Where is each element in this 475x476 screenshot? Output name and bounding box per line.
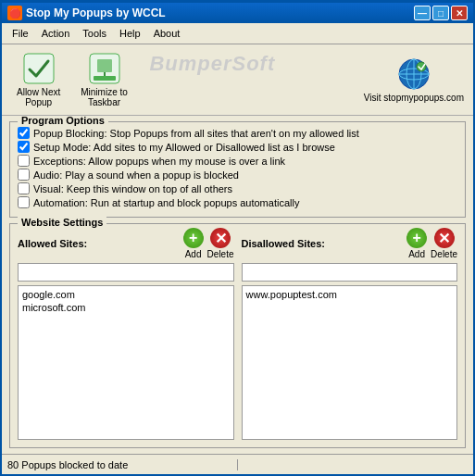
minimize-taskbar-icon (88, 52, 121, 85)
option-row: Setup Mode: Add sites to my Allowed or D… (18, 140, 457, 154)
watermark: BumperSoft (149, 52, 275, 76)
disallowed-delete-label: Delete (431, 249, 457, 259)
title-buttons: — □ ✕ (414, 6, 468, 20)
option-row: Exceptions: Allow popups when my mouse i… (18, 154, 457, 168)
window-title: Stop My Popups by WCCL (26, 6, 166, 19)
disallowed-add-label: Add (408, 249, 425, 259)
option-row: Audio: Play a sound when a popup is bloc… (18, 168, 457, 182)
close-button[interactable]: ✕ (451, 6, 468, 20)
app-icon: 🛑 (7, 6, 22, 20)
option-row: Automation: Run at startup and block pop… (18, 195, 457, 209)
svg-rect-2 (94, 76, 116, 81)
main-window: 🛑 Stop My Popups by WCCL — □ ✕ File Acti… (0, 0, 475, 476)
allowed-sites-panel: Allowed Sites: + Add ✕ Delete google.com… (18, 228, 234, 440)
allowed-delete-icon: ✕ (210, 228, 231, 248)
disallowed-input[interactable] (242, 263, 458, 282)
program-options-group: Program Options Popup Blocking: Stop Pop… (9, 121, 466, 218)
menu-file[interactable]: File (6, 25, 35, 42)
toolbar: BumperSoft Allow Next Popup (2, 44, 473, 116)
maximize-button[interactable]: □ (432, 6, 449, 20)
allowed-add-icon: + (183, 228, 204, 248)
disallowed-title: Disallowed Sites: (242, 238, 404, 249)
allowed-title: Allowed Sites: (18, 238, 180, 249)
allowed-site-item[interactable]: google.com (20, 288, 231, 301)
allow-popup-label: Allow Next Popup (17, 87, 60, 107)
minimize-taskbar-label: Minimize to Taskbar (81, 87, 128, 107)
website-settings-group: Website Settings Allowed Sites: + Add ✕ … (9, 223, 466, 448)
option-text: Setup Mode: Add sites to my Allowed or D… (33, 142, 335, 153)
allow-popup-icon (22, 52, 56, 85)
option-checkbox[interactable] (18, 155, 30, 167)
allowed-header: Allowed Sites: + Add ✕ Delete (18, 228, 234, 259)
option-row: Visual: Keep this window on top of all o… (18, 182, 457, 195)
disallowed-site-item[interactable]: www.popuptest.com (244, 288, 456, 301)
menu-help[interactable]: Help (113, 25, 147, 42)
allowed-add-button[interactable]: + Add (183, 228, 204, 259)
allow-next-popup-button[interactable]: Allow Next Popup (11, 50, 66, 109)
visit-label: Visit stopmypopups.com (364, 93, 464, 103)
option-text: Exceptions: Allow popups when my mouse i… (33, 156, 285, 167)
allowed-input[interactable] (18, 263, 234, 282)
disallowed-delete-icon: ✕ (434, 228, 455, 248)
option-checkbox[interactable] (18, 169, 30, 181)
option-text: Audio: Play a sound when a popup is bloc… (33, 169, 239, 181)
allowed-delete-label: Delete (207, 249, 234, 259)
option-text: Popup Blocking: Stop Popups from all sit… (33, 128, 359, 139)
option-row: Popup Blocking: Stop Popups from all sit… (18, 126, 457, 140)
menu-action[interactable]: Action (35, 25, 77, 42)
allowed-site-item[interactable]: microsoft.com (20, 301, 231, 314)
allowed-add-label: Add (185, 249, 202, 259)
website-settings-label: Website Settings (18, 217, 106, 228)
option-text: Visual: Keep this window on top of all o… (33, 183, 232, 194)
title-bar: 🛑 Stop My Popups by WCCL — □ ✕ (2, 3, 473, 23)
svg-rect-0 (24, 54, 54, 83)
disallowed-sites-panel: Disallowed Sites: + Add ✕ Delete www.pop… (242, 228, 458, 440)
minimize-taskbar-button[interactable]: Minimize to Taskbar (75, 50, 133, 109)
globe-icon (397, 57, 431, 91)
disallowed-list: www.popuptest.com (242, 285, 458, 440)
content-area: Program Options Popup Blocking: Stop Pop… (2, 116, 473, 454)
title-bar-left: 🛑 Stop My Popups by WCCL (7, 6, 166, 20)
option-checkbox[interactable] (18, 182, 30, 194)
allowed-delete-button[interactable]: ✕ Delete (207, 228, 234, 259)
option-checkbox[interactable] (18, 196, 30, 208)
svg-rect-3 (97, 59, 112, 72)
disallowed-header: Disallowed Sites: + Add ✕ Delete (242, 228, 458, 259)
disallowed-delete-button[interactable]: ✕ Delete (431, 228, 457, 259)
menu-bar: File Action Tools Help About (2, 23, 473, 44)
option-checkbox[interactable] (18, 141, 30, 153)
disallowed-add-icon: + (406, 228, 427, 248)
disallowed-add-button[interactable]: + Add (406, 228, 427, 259)
status-left: 80 Popups blocked to date (7, 459, 238, 470)
option-checkbox[interactable] (18, 127, 30, 139)
menu-tools[interactable]: Tools (76, 25, 113, 42)
menu-about[interactable]: About (147, 25, 187, 42)
program-options-label: Program Options (18, 116, 108, 126)
option-text: Automation: Run at startup and block pop… (33, 197, 299, 208)
visit-site-button[interactable]: Visit stopmypopups.com (364, 57, 464, 103)
allowed-list: google.commicrosoft.com (18, 285, 234, 440)
options-list: Popup Blocking: Stop Popups from all sit… (18, 126, 457, 209)
status-bar: 80 Popups blocked to date (2, 454, 473, 474)
sites-container: Allowed Sites: + Add ✕ Delete google.com… (18, 228, 457, 440)
minimize-button[interactable]: — (414, 6, 431, 20)
